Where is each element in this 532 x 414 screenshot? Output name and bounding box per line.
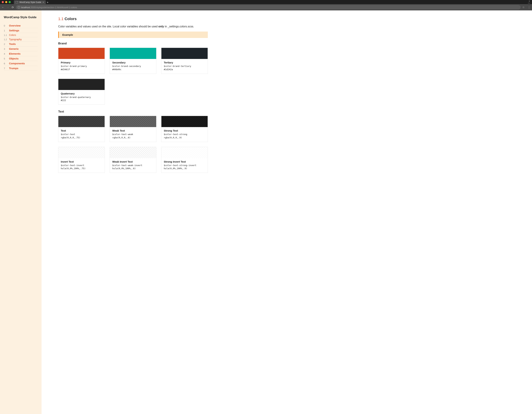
address-bar[interactable]: i localhost:3000/styleguide/section-1.ht… <box>16 5 521 10</box>
swatch-value: hsla(0,0%,100%,.9) <box>164 167 205 170</box>
sidebar: WordCamp Style Guide 0Overview1Settings1… <box>0 10 42 414</box>
swatch-value: #1d242a <box>164 68 205 71</box>
swatch-strong-text: Strong Text$color-text-strongrgba(0,0,0,… <box>161 116 208 142</box>
swatch-color <box>162 147 208 158</box>
swatch-variable: $color-text-invert <box>61 164 102 167</box>
swatch-meta: Weak Text$color-text-weakrgba(0,0,0,.6) <box>110 127 156 142</box>
swatch-grid: Primary$color-brand-primary#d3461fSecond… <box>58 48 208 105</box>
swatch-name: Quaternary <box>61 92 102 95</box>
swatch-variable: $color-text-strong-invert <box>164 164 205 167</box>
swatch-grid: Text$color-textrgba(0,0,0,.75)Weak Text$… <box>58 116 208 173</box>
sidebar-item-overview[interactable]: 0Overview <box>4 23 38 28</box>
group-heading-brand: Brand <box>58 42 208 45</box>
section-heading: 1.1 Colors <box>58 17 208 21</box>
nav-reload-button[interactable]: ⟳ <box>11 6 14 9</box>
example-bar: Example <box>58 31 208 38</box>
section-number: 1.1 <box>58 17 64 21</box>
new-tab-button[interactable]: ▸ <box>47 0 48 4</box>
url-host: localhost <box>21 6 30 9</box>
browser-toolbar: ← → ⟳ i localhost:3000/styleguide/sectio… <box>0 4 532 10</box>
swatch-name: Weak Text <box>112 129 154 132</box>
swatch-color <box>162 48 208 59</box>
sidebar-item-settings[interactable]: 1Settings <box>4 28 38 33</box>
swatch-color <box>110 116 156 127</box>
swatch-value: rgba(0,0,0,.6) <box>112 136 154 139</box>
swatch-variable: $color-brand-tertiary <box>164 65 205 68</box>
nav-back-button[interactable]: ← <box>1 6 4 9</box>
swatch-color <box>162 116 208 127</box>
swatch-color <box>110 48 156 59</box>
swatch-invert-text: Invert Text$color-text-inverthsla(0,0%,1… <box>58 147 105 173</box>
group-heading-text: Text <box>58 110 208 113</box>
sidebar-title: WordCamp Style Guide <box>4 16 38 19</box>
tab-title: WordCamp Style Guide <box>19 1 41 3</box>
sidebar-item-colors[interactable]: 1.1Colors <box>4 33 38 37</box>
nav-number: 1.2 <box>4 38 7 41</box>
swatch-tertiary: Tertiary$color-brand-tertiary#1d242a <box>161 48 208 74</box>
sidebar-item-typography[interactable]: 1.2Typography <box>4 37 38 42</box>
site-info-icon[interactable]: i <box>18 6 20 9</box>
swatch-value: hsla(0,0%,100%,.6) <box>112 167 154 170</box>
section-description: Color variables and values used on the s… <box>58 25 208 28</box>
sidebar-item-tools[interactable]: 2Tools <box>4 42 38 47</box>
nav-label: Generic <box>9 47 19 50</box>
swatch-variable: $color-brand-primary <box>61 65 102 68</box>
section-title: Colors <box>65 17 77 21</box>
window-close-button[interactable] <box>2 1 4 3</box>
nav-number: 6 <box>4 62 7 65</box>
swatch-color <box>58 147 104 158</box>
swatch-meta: Weak Invert Text$color-text-weak-inverth… <box>110 158 156 173</box>
swatch-primary: Primary$color-brand-primary#d3461f <box>58 48 105 74</box>
swatch-variable: $color-text-strong <box>164 133 205 136</box>
swatch-meta: Strong Invert Text$color-text-strong-inv… <box>162 158 208 173</box>
sidebar-item-components[interactable]: 6Components <box>4 61 38 66</box>
swatch-meta: Invert Text$color-text-inverthsla(0,0%,1… <box>58 158 104 173</box>
bookmark-star-icon[interactable]: ☆ <box>522 6 524 9</box>
swatch-meta: Tertiary$color-brand-tertiary#1d242a <box>162 59 208 74</box>
browser-menu-icon[interactable]: ⋮ <box>528 6 531 9</box>
nav-label: Trumps <box>9 67 18 70</box>
swatch-quaternary: Quaternary$color-brand-quaternary#222 <box>58 79 105 105</box>
swatch-meta: Quaternary$color-brand-quaternary#222 <box>58 90 104 105</box>
swatch-name: Weak Invert Text <box>112 160 154 163</box>
swatch-name: Strong Text <box>164 129 205 132</box>
swatch-variable: $color-text-weak-invert <box>112 164 154 167</box>
address-url: localhost:3000/styleguide/section-1.html… <box>21 6 77 9</box>
swatch-name: Secondary <box>112 61 154 64</box>
browser-tab-active[interactable]: WordCamp Style Guide × <box>14 0 46 4</box>
swatch-value: hsla(0,0%,100%,.75) <box>61 167 102 170</box>
tab-favicon-icon <box>16 1 18 3</box>
sidebar-item-trumps[interactable]: 7Trumps <box>4 66 38 71</box>
main-content: 1.1 Colors Color variables and values us… <box>42 10 218 414</box>
sidebar-item-generic[interactable]: 3Generic <box>4 47 38 51</box>
incognito-icon: • • ⌐⌐ <box>528 0 530 4</box>
nav-number: 2 <box>4 43 7 45</box>
sidebar-item-elements[interactable]: 4Elements <box>4 51 38 56</box>
window-controls <box>2 1 11 3</box>
nav-forward-button[interactable]: → <box>6 6 9 9</box>
nav-number: 5 <box>4 57 7 60</box>
tab-close-icon[interactable]: × <box>43 1 44 3</box>
swatch-value: #00b09c <box>112 68 154 71</box>
swatch-value: rgba(0,0,0,.9) <box>164 136 205 139</box>
window-maximize-button[interactable] <box>9 1 11 3</box>
swatch-variable: $color-brand-quaternary <box>61 96 102 99</box>
swatch-name: Tertiary <box>164 61 205 64</box>
swatch-weak-invert-text: Weak Invert Text$color-text-weak-inverth… <box>110 147 156 173</box>
swatch-value: #d3461f <box>61 68 102 71</box>
example-label: Example <box>62 33 73 36</box>
swatch-meta: Strong Text$color-text-strongrgba(0,0,0,… <box>162 127 208 142</box>
swatch-variable: $color-text <box>61 133 102 136</box>
nav-number: 3 <box>4 48 7 50</box>
swatch-meta: Primary$color-brand-primary#d3461f <box>58 59 104 74</box>
swatch-name: Invert Text <box>61 160 102 163</box>
window-minimize-button[interactable] <box>5 1 7 3</box>
swatch-variable: $color-brand-secondary <box>112 65 154 68</box>
sidebar-item-objects[interactable]: 5Objects <box>4 56 38 61</box>
page: WordCamp Style Guide 0Overview1Settings1… <box>0 10 532 414</box>
browser-titlebar: WordCamp Style Guide × ▸ • • ⌐⌐ <box>0 0 532 4</box>
swatch-color <box>110 147 156 158</box>
swatch-color <box>58 79 104 90</box>
swatch-name: Strong Invert Text <box>164 160 205 163</box>
sidebar-nav: 0Overview1Settings1.1Colors1.2Typography… <box>4 23 38 71</box>
